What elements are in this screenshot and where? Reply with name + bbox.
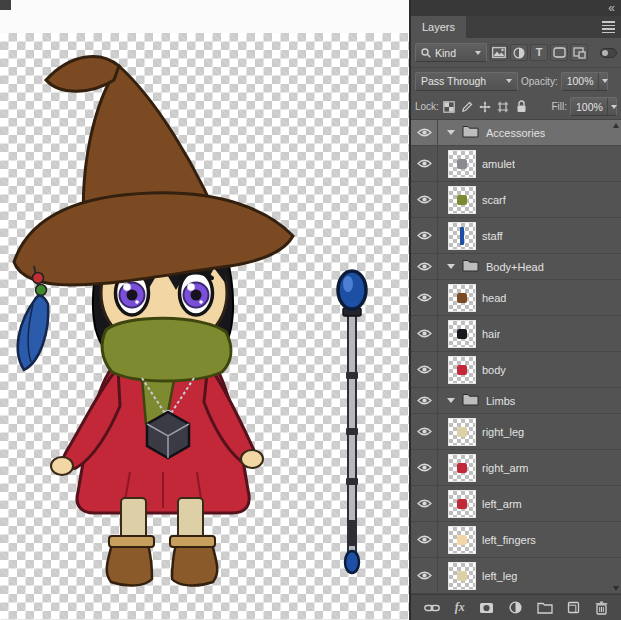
layer-list-scrollbar[interactable]: [611, 123, 620, 591]
layer-name[interactable]: left_fingers: [482, 534, 536, 546]
lock-icons: [442, 99, 529, 114]
layer-name[interactable]: right_arm: [482, 462, 528, 474]
visibility-eye-icon[interactable]: [411, 254, 438, 279]
visibility-eye-icon[interactable]: [411, 558, 438, 593]
layer-thumbnail[interactable]: [449, 419, 475, 445]
visibility-eye-icon[interactable]: [411, 486, 438, 521]
layer-name[interactable]: hair: [482, 328, 500, 340]
layer-thumbnail[interactable]: [449, 527, 475, 553]
chevron-down-icon: [475, 51, 481, 55]
scroll-up-arrow[interactable]: [613, 123, 619, 128]
kind-filter-label: Kind: [435, 47, 456, 59]
panel-menu-icon[interactable]: [602, 21, 615, 33]
layer-thumbnail[interactable]: [449, 491, 475, 517]
lock-label: Lock:: [415, 101, 439, 112]
layer-row-left_leg[interactable]: left_leg: [411, 558, 621, 594]
smart-objects-icon[interactable]: [570, 44, 588, 61]
visibility-eye-icon[interactable]: [411, 218, 438, 253]
link-layers-icon[interactable]: [424, 603, 440, 613]
layers-panel-bottom-bar: fx: [411, 594, 621, 620]
visibility-eye-icon[interactable]: [411, 182, 438, 217]
expand-chevron-icon[interactable]: [447, 264, 455, 269]
lock-image-pixels-icon[interactable]: [460, 99, 475, 114]
visibility-eye-icon[interactable]: [411, 316, 438, 351]
visibility-eye-icon[interactable]: [411, 522, 438, 557]
group-row-Body+Head[interactable]: Body+Head: [411, 254, 621, 280]
expand-chevron-icon[interactable]: [447, 130, 455, 135]
shape-layers-icon[interactable]: [550, 44, 568, 61]
visibility-eye-icon[interactable]: [411, 146, 438, 181]
lock-row: Lock: Fill: 100%: [411, 94, 621, 120]
delete-layer-icon[interactable]: [595, 601, 608, 615]
layer-thumbnail[interactable]: [449, 223, 475, 249]
layer-row-staff[interactable]: staff: [411, 218, 621, 254]
layer-style-icon[interactable]: fx: [455, 600, 465, 615]
new-group-icon[interactable]: [537, 602, 553, 614]
row-content: body: [438, 352, 621, 387]
layer-row-right_arm[interactable]: right_arm: [411, 450, 621, 486]
row-content: Accessories: [438, 120, 621, 145]
scroll-down-arrow[interactable]: [613, 586, 619, 591]
right-eye: [180, 271, 213, 315]
visibility-eye-icon[interactable]: [411, 352, 438, 387]
layer-thumbnail[interactable]: [449, 357, 475, 383]
row-content: staff: [438, 218, 621, 253]
expand-chevron-icon[interactable]: [447, 398, 455, 403]
canvas-area[interactable]: [0, 0, 409, 620]
opacity-select[interactable]: 100%: [561, 72, 608, 91]
add-layer-mask-icon[interactable]: [479, 602, 494, 614]
character-artwork: [0, 0, 409, 620]
lock-all-icon[interactable]: [514, 99, 529, 114]
lock-position-icon[interactable]: [478, 99, 493, 114]
fill-select[interactable]: 100%: [570, 97, 617, 116]
layer-row-right_leg[interactable]: right_leg: [411, 414, 621, 450]
layer-name[interactable]: right_leg: [482, 426, 524, 438]
layer-thumbnail[interactable]: [449, 563, 475, 589]
tab-layers[interactable]: Layers: [411, 16, 466, 38]
layer-name[interactable]: Accessories: [486, 127, 545, 139]
new-layer-icon[interactable]: [567, 601, 580, 614]
layer-thumbnail[interactable]: [449, 455, 475, 481]
collapse-panel-icon[interactable]: «: [608, 3, 614, 13]
blend-mode-select[interactable]: Pass Through: [415, 72, 518, 91]
layer-name[interactable]: amulet: [482, 158, 515, 170]
row-content: Limbs: [438, 388, 621, 413]
row-content: Body+Head: [438, 254, 621, 279]
kind-filter-select[interactable]: Kind: [415, 43, 487, 62]
layer-name[interactable]: left_arm: [482, 498, 522, 510]
layer-row-left_fingers[interactable]: left_fingers: [411, 522, 621, 558]
adjustment-layers-icon[interactable]: [510, 44, 528, 61]
layer-thumbnail[interactable]: [449, 285, 475, 311]
layer-row-hair[interactable]: hair: [411, 316, 621, 352]
layer-row-body[interactable]: body: [411, 352, 621, 388]
layer-row-amulet[interactable]: amulet: [411, 146, 621, 182]
layer-name[interactable]: left_leg: [482, 570, 517, 582]
group-row-Accessories[interactable]: Accessories: [411, 120, 621, 146]
pixel-layers-icon[interactable]: [490, 44, 508, 61]
layer-thumbnail[interactable]: [449, 321, 475, 347]
group-row-Limbs[interactable]: Limbs: [411, 388, 621, 414]
layer-thumbnail[interactable]: [449, 151, 475, 177]
type-layers-icon[interactable]: T: [530, 44, 548, 61]
layer-row-scarf[interactable]: scarf: [411, 182, 621, 218]
visibility-eye-icon[interactable]: [411, 120, 438, 145]
layer-row-head[interactable]: head: [411, 280, 621, 316]
new-adjustment-layer-icon[interactable]: [509, 601, 522, 614]
layer-name[interactable]: body: [482, 364, 506, 376]
visibility-eye-icon[interactable]: [411, 450, 438, 485]
visibility-eye-icon[interactable]: [411, 414, 438, 449]
lock-transparent-pixels-icon[interactable]: [442, 99, 457, 114]
layer-thumbnail[interactable]: [449, 187, 475, 213]
layer-name[interactable]: head: [482, 292, 506, 304]
layer-filter-toggle[interactable]: [600, 48, 617, 58]
layer-name[interactable]: Limbs: [486, 395, 515, 407]
layer-name[interactable]: Body+Head: [486, 261, 544, 273]
visibility-eye-icon[interactable]: [411, 388, 438, 413]
fill-label: Fill:: [551, 101, 567, 112]
layer-name[interactable]: staff: [482, 230, 503, 242]
folder-icon: [462, 124, 479, 142]
layer-name[interactable]: scarf: [482, 194, 506, 206]
lock-artboard-icon[interactable]: [496, 99, 511, 114]
visibility-eye-icon[interactable]: [411, 280, 438, 315]
layer-row-left_arm[interactable]: left_arm: [411, 486, 621, 522]
